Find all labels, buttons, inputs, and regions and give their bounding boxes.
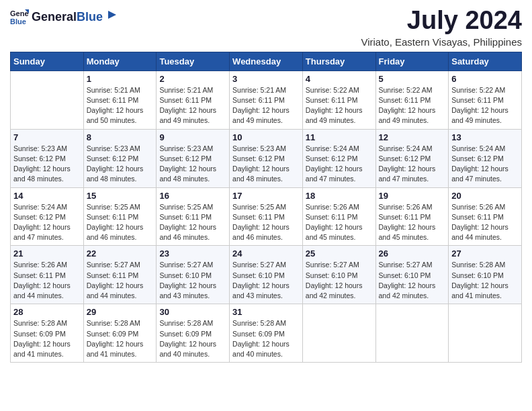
day-info: Sunrise: 5:26 AM Sunset: 6:11 PM Dayligh…: [379, 202, 446, 243]
day-info: Sunrise: 5:25 AM Sunset: 6:11 PM Dayligh…: [159, 202, 226, 243]
calendar-cell: 25Sunrise: 5:27 AM Sunset: 6:10 PM Dayli…: [302, 246, 375, 304]
calendar-cell: 16Sunrise: 5:25 AM Sunset: 6:11 PM Dayli…: [157, 187, 230, 246]
day-info: Sunrise: 5:22 AM Sunset: 6:11 PM Dayligh…: [379, 85, 446, 126]
logo-icon: General Blue: [10, 7, 29, 26]
calendar-cell: 28Sunrise: 5:28 AM Sunset: 6:09 PM Dayli…: [11, 304, 84, 363]
day-of-week-header: Friday: [375, 52, 449, 71]
calendar-cell: 8Sunrise: 5:23 AM Sunset: 6:12 PM Daylig…: [83, 129, 157, 187]
day-number: 6: [451, 74, 519, 84]
day-number: 31: [232, 307, 300, 317]
day-info: Sunrise: 5:26 AM Sunset: 6:11 PM Dayligh…: [306, 202, 373, 243]
day-info: Sunrise: 5:26 AM Sunset: 6:11 PM Dayligh…: [13, 260, 81, 301]
day-info: Sunrise: 5:21 AM Sunset: 6:11 PM Dayligh…: [87, 85, 154, 126]
day-number: 2: [159, 74, 226, 84]
day-number: 16: [159, 191, 226, 201]
day-info: Sunrise: 5:24 AM Sunset: 6:12 PM Dayligh…: [379, 144, 446, 185]
calendar-week-row: 7Sunrise: 5:23 AM Sunset: 6:12 PM Daylig…: [11, 129, 522, 187]
day-of-week-header: Wednesday: [230, 52, 303, 71]
location-text: Viriato, Eastern Visayas, Philippines: [361, 36, 522, 48]
calendar-cell: 2Sunrise: 5:21 AM Sunset: 6:11 PM Daylig…: [157, 71, 230, 129]
day-of-week-header: Saturday: [449, 52, 522, 71]
day-number: 5: [379, 74, 446, 84]
calendar-week-row: 21Sunrise: 5:26 AM Sunset: 6:11 PM Dayli…: [11, 246, 522, 304]
day-of-week-header: Sunday: [11, 52, 84, 71]
calendar-week-row: 14Sunrise: 5:24 AM Sunset: 6:12 PM Dayli…: [11, 187, 522, 246]
svg-text:General: General: [10, 9, 29, 17]
day-info: Sunrise: 5:24 AM Sunset: 6:12 PM Dayligh…: [451, 144, 519, 185]
day-info: Sunrise: 5:23 AM Sunset: 6:12 PM Dayligh…: [87, 144, 154, 185]
day-number: 25: [306, 248, 373, 259]
day-number: 18: [306, 191, 373, 201]
day-number: 20: [451, 191, 519, 201]
logo-general-text: General: [32, 11, 77, 24]
day-number: 1: [87, 74, 154, 84]
day-number: 19: [379, 191, 446, 201]
calendar-cell: [375, 304, 449, 363]
day-number: 23: [159, 248, 226, 259]
day-info: Sunrise: 5:27 AM Sunset: 6:10 PM Dayligh…: [379, 260, 446, 301]
day-number: 27: [451, 248, 519, 259]
day-number: 11: [306, 132, 373, 142]
day-number: 21: [13, 248, 81, 259]
day-info: Sunrise: 5:27 AM Sunset: 6:10 PM Dayligh…: [159, 260, 226, 301]
day-number: 3: [232, 74, 300, 84]
day-number: 10: [232, 132, 300, 142]
calendar-cell: 6Sunrise: 5:22 AM Sunset: 6:11 PM Daylig…: [449, 71, 522, 129]
day-number: 9: [159, 132, 226, 142]
day-number: 13: [451, 132, 519, 142]
logo-blue-text: Blue: [77, 11, 103, 24]
calendar-cell: 15Sunrise: 5:25 AM Sunset: 6:11 PM Dayli…: [83, 187, 157, 246]
calendar-cell: [449, 304, 522, 363]
day-number: 14: [13, 191, 81, 201]
month-title: July 2024: [361, 7, 522, 35]
day-info: Sunrise: 5:28 AM Sunset: 6:10 PM Dayligh…: [451, 260, 519, 301]
day-info: Sunrise: 5:26 AM Sunset: 6:11 PM Dayligh…: [451, 202, 519, 243]
day-number: 17: [232, 191, 300, 201]
day-of-week-header: Tuesday: [157, 52, 230, 71]
calendar-cell: 30Sunrise: 5:28 AM Sunset: 6:09 PM Dayli…: [157, 304, 230, 363]
calendar-cell: 27Sunrise: 5:28 AM Sunset: 6:10 PM Dayli…: [449, 246, 522, 304]
calendar-cell: 21Sunrise: 5:26 AM Sunset: 6:11 PM Dayli…: [11, 246, 84, 304]
day-info: Sunrise: 5:25 AM Sunset: 6:11 PM Dayligh…: [87, 202, 154, 243]
calendar-cell: 18Sunrise: 5:26 AM Sunset: 6:11 PM Dayli…: [302, 187, 375, 246]
day-info: Sunrise: 5:27 AM Sunset: 6:10 PM Dayligh…: [306, 260, 373, 301]
calendar-cell: 17Sunrise: 5:25 AM Sunset: 6:11 PM Dayli…: [230, 187, 303, 246]
calendar-cell: 31Sunrise: 5:28 AM Sunset: 6:09 PM Dayli…: [230, 304, 303, 363]
calendar-cell: 4Sunrise: 5:22 AM Sunset: 6:11 PM Daylig…: [302, 71, 375, 129]
calendar-cell: 11Sunrise: 5:24 AM Sunset: 6:12 PM Dayli…: [302, 129, 375, 187]
day-info: Sunrise: 5:24 AM Sunset: 6:12 PM Dayligh…: [306, 144, 373, 185]
calendar-cell: 20Sunrise: 5:26 AM Sunset: 6:11 PM Dayli…: [449, 187, 522, 246]
calendar-cell: 1Sunrise: 5:21 AM Sunset: 6:11 PM Daylig…: [83, 71, 157, 129]
day-info: Sunrise: 5:25 AM Sunset: 6:11 PM Dayligh…: [232, 202, 300, 243]
calendar-cell: 23Sunrise: 5:27 AM Sunset: 6:10 PM Dayli…: [157, 246, 230, 304]
day-number: 24: [232, 248, 300, 259]
page-header: General Blue GeneralBlue July 2024 Viria…: [10, 7, 522, 48]
calendar-cell: 24Sunrise: 5:27 AM Sunset: 6:10 PM Dayli…: [230, 246, 303, 304]
logo-arrow-icon: [104, 9, 116, 21]
day-number: 12: [379, 132, 446, 142]
calendar-cell: 9Sunrise: 5:23 AM Sunset: 6:12 PM Daylig…: [157, 129, 230, 187]
calendar-cell: 13Sunrise: 5:24 AM Sunset: 6:12 PM Dayli…: [449, 129, 522, 187]
svg-marker-3: [108, 11, 116, 19]
calendar-header-row: SundayMondayTuesdayWednesdayThursdayFrid…: [11, 52, 522, 71]
day-info: Sunrise: 5:28 AM Sunset: 6:09 PM Dayligh…: [232, 318, 300, 359]
day-number: 15: [87, 191, 154, 201]
calendar-cell: 5Sunrise: 5:22 AM Sunset: 6:11 PM Daylig…: [375, 71, 449, 129]
calendar-cell: 26Sunrise: 5:27 AM Sunset: 6:10 PM Dayli…: [375, 246, 449, 304]
day-info: Sunrise: 5:22 AM Sunset: 6:11 PM Dayligh…: [451, 85, 519, 126]
calendar-cell: 22Sunrise: 5:27 AM Sunset: 6:11 PM Dayli…: [83, 246, 157, 304]
day-info: Sunrise: 5:21 AM Sunset: 6:11 PM Dayligh…: [232, 85, 300, 126]
svg-text:Blue: Blue: [10, 17, 26, 26]
calendar-cell: 19Sunrise: 5:26 AM Sunset: 6:11 PM Dayli…: [375, 187, 449, 246]
day-number: 30: [159, 307, 226, 317]
day-info: Sunrise: 5:28 AM Sunset: 6:09 PM Dayligh…: [159, 318, 226, 359]
calendar-table: SundayMondayTuesdayWednesdayThursdayFrid…: [10, 52, 522, 363]
calendar-cell: [302, 304, 375, 363]
day-info: Sunrise: 5:23 AM Sunset: 6:12 PM Dayligh…: [13, 144, 81, 185]
calendar-cell: 3Sunrise: 5:21 AM Sunset: 6:11 PM Daylig…: [230, 71, 303, 129]
day-number: 26: [379, 248, 446, 259]
calendar-cell: 7Sunrise: 5:23 AM Sunset: 6:12 PM Daylig…: [11, 129, 84, 187]
day-info: Sunrise: 5:23 AM Sunset: 6:12 PM Dayligh…: [159, 144, 226, 185]
calendar-week-row: 1Sunrise: 5:21 AM Sunset: 6:11 PM Daylig…: [11, 71, 522, 129]
day-of-week-header: Thursday: [302, 52, 375, 71]
